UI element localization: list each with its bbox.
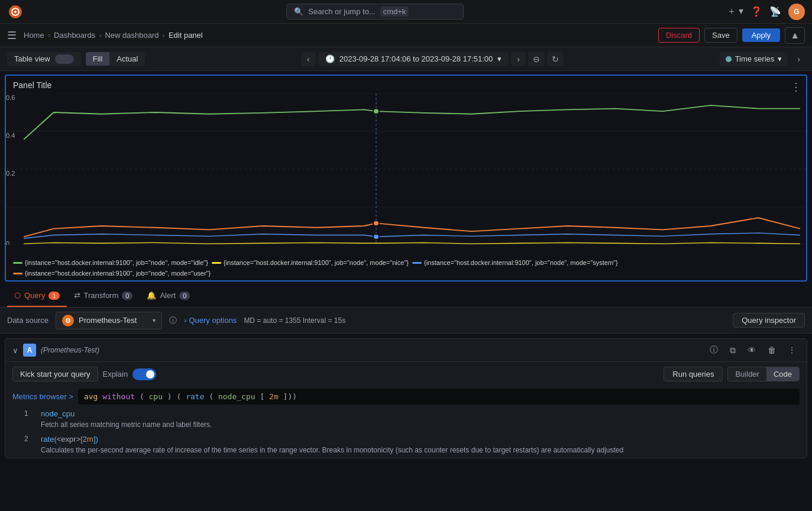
svg-text:0.6: 0.6: [6, 94, 15, 101]
transform-tab-icon: ⇄: [74, 291, 80, 300]
sep1: ›: [48, 31, 50, 40]
query-inspector-button[interactable]: Query inspector: [733, 313, 805, 328]
save-button[interactable]: Save: [704, 28, 737, 43]
query-block-header: ∨ A (Prometheus-Test) ⓘ ⧉ 👁 🗑 ⋮: [5, 339, 807, 362]
query-header-actions: ⓘ ⧉ 👁 🗑 ⋮: [706, 344, 800, 357]
time-range-box[interactable]: 🕐 2023-09-28 17:04:06 to 2023-09-28 17:5…: [318, 52, 509, 66]
search-icon: 🔍: [294, 7, 303, 16]
collapse-panel-button[interactable]: ▲: [785, 27, 805, 44]
refresh-button[interactable]: ↻: [547, 52, 564, 66]
add-icon[interactable]: ＋ ▾: [727, 5, 743, 18]
datasource-label: Data source: [7, 316, 48, 325]
fill-button[interactable]: Fill: [86, 52, 110, 66]
clock-icon: 🕐: [325, 54, 335, 63]
datasource-select[interactable]: Prometheus-Test ▾: [56, 312, 162, 329]
svg-point-13: [373, 109, 379, 114]
sep3: ›: [163, 31, 165, 40]
query-collapse-toggle[interactable]: ∨: [12, 346, 18, 355]
table-view-switch[interactable]: [55, 54, 74, 64]
query-options-toggle[interactable]: › Query options: [184, 316, 237, 325]
sep2: ›: [99, 31, 101, 40]
explain-num-1: 1: [24, 409, 34, 418]
time-range-text: 2023-09-28 17:04:06 to 2023-09-28 17:51:…: [339, 54, 493, 63]
svg-text:0: 0: [6, 240, 9, 245]
right-collapse-button[interactable]: ›: [792, 52, 805, 66]
apply-button[interactable]: Apply: [742, 28, 781, 42]
metrics-browser-link[interactable]: Metrics browser >: [12, 392, 73, 401]
builder-tab[interactable]: Builder: [728, 367, 766, 381]
datasource-icon: [62, 315, 74, 326]
legend-label-nice: {instance="host.docker.internal:9100", j…: [224, 259, 409, 266]
query-block-toolbar: Kick start your query Explain Run querie…: [5, 362, 807, 386]
legend-item-nice: {instance="host.docker.internal:9100", j…: [212, 259, 409, 266]
discard-button[interactable]: Discard: [658, 28, 700, 43]
query-more-button[interactable]: ⋮: [784, 344, 800, 356]
legend-dot-user: [13, 273, 22, 274]
svg-point-14: [373, 221, 379, 226]
hamburger-menu[interactable]: ☰: [7, 29, 17, 42]
help-icon[interactable]: ❓: [750, 6, 762, 17]
query-ds-label: (Prometheus-Test): [41, 346, 99, 354]
legend-label-idle: {instance="host.docker.internal:9100", j…: [25, 259, 208, 266]
alert-tab-badge: 0: [179, 292, 190, 300]
breadcrumb-home[interactable]: Home: [24, 31, 44, 40]
time-nav: ‹ 🕐 2023-09-28 17:04:06 to 2023-09-28 17…: [150, 52, 714, 66]
query-tab-badge: 1: [48, 292, 59, 300]
run-queries-button[interactable]: Run queries: [664, 367, 723, 381]
svg-point-28: [67, 320, 69, 321]
builder-code-tabs: Builder Code: [727, 367, 800, 381]
query-options-meta: MD = auto = 1355 Interval = 15s: [244, 316, 345, 325]
query-delete-button[interactable]: 🗑: [764, 344, 779, 356]
explain-content-1: node_cpu Fetch all series matching metri…: [41, 409, 212, 430]
panel-menu-button[interactable]: ⋮: [791, 80, 801, 93]
breadcrumb-dashboards[interactable]: Dashboards: [54, 31, 95, 40]
chart-legend: {instance="host.docker.internal:9100", j…: [13, 256, 799, 280]
query-copy-button[interactable]: ⧉: [726, 344, 739, 357]
chart-panel: Panel Title ⋮ 0.6 0.4 0.2 0: [5, 75, 807, 282]
datasource-info-icon[interactable]: ⓘ: [169, 315, 177, 326]
explain-label: Explain: [103, 370, 128, 379]
table-view-toggle[interactable]: Table view: [7, 52, 81, 66]
search-box[interactable]: 🔍 Search or jump to... cmd+k: [286, 4, 464, 20]
tab-alert[interactable]: 🔔 Alert 0: [140, 285, 197, 307]
query-input-container[interactable]: avg without ( cpu ) ( rate ( node_cpu [ …: [78, 389, 800, 405]
query-block-a: ∨ A (Prometheus-Test) ⓘ ⧉ 👁 🗑 ⋮ Kick sta…: [5, 338, 807, 458]
tab-query[interactable]: ⬡ Query 1: [7, 285, 67, 307]
legend-dot-idle: [13, 262, 22, 264]
zoom-out-button[interactable]: ⊖: [528, 52, 545, 66]
time-series-selector[interactable]: Time series ▾: [720, 52, 788, 66]
legend-label-system: {instance="host.docker.internal:9100", j…: [424, 259, 618, 266]
time-next-button[interactable]: ›: [511, 52, 526, 66]
time-series-icon: [726, 56, 732, 62]
alert-tab-icon: 🔔: [147, 291, 156, 300]
nav-actions: ＋ ▾ ❓ 📡 G: [727, 4, 805, 20]
query-letter-badge: A: [23, 344, 36, 357]
explain-desc-1: Fetch all series matching metric name an…: [41, 419, 212, 430]
legend-item-user: {instance="host.docker.internal:9100", j…: [13, 270, 211, 277]
explain-num-2: 2: [24, 435, 34, 443]
datasource-chevron-icon: ▾: [153, 317, 156, 324]
explain-desc-2: Calculates the per-second average rate o…: [41, 445, 623, 455]
kick-start-button[interactable]: Kick start your query: [12, 367, 98, 381]
query-options-label: Query options: [189, 316, 237, 325]
code-tab[interactable]: Code: [766, 367, 799, 381]
breadcrumb-new-dashboard[interactable]: New dashboard: [105, 31, 158, 40]
chart-svg: 0.6 0.4 0.2 0 17:05 17:10 17:15 1: [6, 93, 806, 245]
svg-text:0.2: 0.2: [6, 170, 15, 176]
explain-line-1: 1 node_cpu Fetch all series matching met…: [5, 407, 807, 432]
legend-dot-system: [412, 262, 422, 264]
datasource-name: Prometheus-Test: [79, 316, 148, 325]
metrics-browser-row: Metrics browser > avg without ( cpu ) ( …: [5, 386, 807, 407]
query-help-button[interactable]: ⓘ: [706, 344, 722, 357]
breadcrumb-current: Edit panel: [169, 31, 203, 40]
bell-icon[interactable]: 📡: [769, 6, 781, 17]
query-hide-button[interactable]: 👁: [744, 344, 759, 356]
explain-toggle[interactable]: [132, 368, 156, 380]
table-view-label: Table view: [14, 54, 50, 63]
time-prev-button[interactable]: ‹: [301, 52, 316, 66]
prometheus-icon: [63, 316, 73, 325]
avatar[interactable]: G: [788, 4, 805, 20]
app-logo[interactable]: [7, 4, 24, 20]
tab-transform[interactable]: ⇄ Transform 0: [67, 285, 140, 307]
actual-button[interactable]: Actual: [109, 52, 145, 66]
